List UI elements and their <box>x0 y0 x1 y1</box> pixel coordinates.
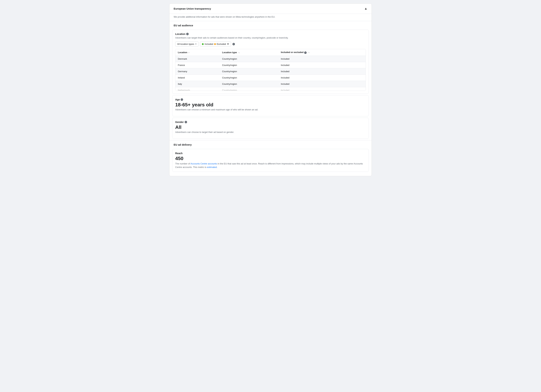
location-card-title: Location i <box>175 33 366 36</box>
location-card: Location i Advertisers can target their … <box>172 30 369 94</box>
gender-card-title: Gender i <box>175 121 366 123</box>
age-value: 18-65+ years old <box>175 102 366 107</box>
cell-location: Denmark <box>175 56 220 62</box>
cell-included_excluded: Included <box>278 68 366 74</box>
included-dot-icon <box>202 43 204 45</box>
eu-audience-title: EU ad audience <box>169 21 372 28</box>
location-description: Advertisers can target their ads to cert… <box>175 36 366 39</box>
filter-info-icon[interactable]: i <box>233 43 235 45</box>
table-row: GermanyCountry/regionIncluded <box>175 68 366 74</box>
table-row: IrelandCountry/regionIncluded <box>175 74 366 81</box>
location-type-label: All location types <box>177 43 194 45</box>
location-type-sort-icon: ↑↓ <box>238 52 240 54</box>
section-header: European Union transparency ▲ <box>169 4 372 14</box>
dropdown-chevron-icon: ▼ <box>195 43 197 45</box>
cell-location_type: Country/region <box>220 74 279 81</box>
cell-location_type: Country/region <box>220 87 279 91</box>
cell-location: Ireland <box>175 74 220 81</box>
gender-value: All <box>175 124 366 130</box>
location-table-wrapper[interactable]: Location ↑ Location type ↑↓ Included or … <box>175 49 366 91</box>
table-header-row: Location ↑ Location type ↑↓ Included or … <box>175 49 366 56</box>
cell-included_excluded: Included <box>278 56 366 62</box>
table-row: NetherlandsCountry/regionIncluded <box>175 87 366 91</box>
table-row: FranceCountry/regionIncluded <box>175 62 366 68</box>
cell-location_type: Country/region <box>220 56 279 62</box>
collapse-icon[interactable]: ▲ <box>364 7 367 10</box>
filter-row: All location types ▼ Included Excluded ▼… <box>175 41 366 46</box>
cell-location: Italy <box>175 81 220 87</box>
reach-description: The number of Accounts Centre accounts i… <box>175 162 366 169</box>
included-excluded-sort-icon: ↑↓ <box>308 51 310 53</box>
table-row: ItalyCountry/regionIncluded <box>175 81 366 87</box>
cell-included_excluded: Included <box>278 74 366 81</box>
eu-delivery-title: EU ad delivery <box>169 140 372 148</box>
main-container: European Union transparency ▲ We provide… <box>169 4 372 176</box>
age-card-title: Age i <box>175 98 366 101</box>
col-location-type[interactable]: Location type ↑↓ <box>220 49 279 56</box>
cell-location_type: Country/region <box>220 62 279 68</box>
cell-location: France <box>175 62 220 68</box>
age-description: Advertisers can choose a minimum and max… <box>175 108 366 111</box>
cell-included_excluded: Included <box>278 62 366 68</box>
gender-card: Gender i All Advertisers can choose to t… <box>172 118 369 139</box>
accounts-centre-link[interactable]: Accounts Centre accounts <box>190 162 217 165</box>
location-info-icon[interactable]: i <box>186 33 189 35</box>
age-info-icon[interactable]: i <box>181 98 183 101</box>
location-type-dropdown[interactable]: All location types ▼ <box>175 41 199 46</box>
cell-location: Netherlands <box>175 87 220 91</box>
reach-card: Reach 450 The number of Accounts Centre … <box>172 149 369 172</box>
gender-description: Advertisers can choose to target their a… <box>175 131 366 133</box>
included-excluded-dropdown[interactable]: Included Excluded ▼ <box>200 41 231 46</box>
excluded-label: Excluded <box>217 43 226 45</box>
location-sort-icon: ↑ <box>188 51 190 54</box>
section-subtitle: We provide additional information for ad… <box>169 14 372 21</box>
estimated-link[interactable]: estimated <box>207 166 217 168</box>
included-excluded-col-info-icon[interactable]: i <box>304 51 307 54</box>
cell-location_type: Country/region <box>220 81 279 87</box>
included-excluded-chevron-icon: ▼ <box>227 43 229 45</box>
cell-included_excluded: Included <box>278 81 366 87</box>
table-row: DenmarkCountry/regionIncluded <box>175 56 366 62</box>
age-card: Age i 18-65+ years old Advertisers can c… <box>172 95 369 116</box>
col-location[interactable]: Location ↑ <box>175 49 220 56</box>
cell-included_excluded: Included <box>278 87 366 91</box>
cell-location: Germany <box>175 68 220 74</box>
reach-card-title: Reach <box>175 152 366 155</box>
location-table: Location ↑ Location type ↑↓ Included or … <box>175 49 366 91</box>
reach-value: 450 <box>175 156 366 161</box>
gender-info-icon[interactable]: i <box>185 121 187 123</box>
excluded-dot-icon <box>214 43 216 45</box>
reach-desc-suffix: . <box>217 166 218 168</box>
included-label: Included <box>204 43 213 45</box>
cell-location_type: Country/region <box>220 68 279 74</box>
col-included-excluded[interactable]: Included or excluded i ↑↓ <box>278 49 366 56</box>
section-title: European Union transparency <box>174 7 211 10</box>
reach-desc-prefix: The number of <box>175 162 190 165</box>
